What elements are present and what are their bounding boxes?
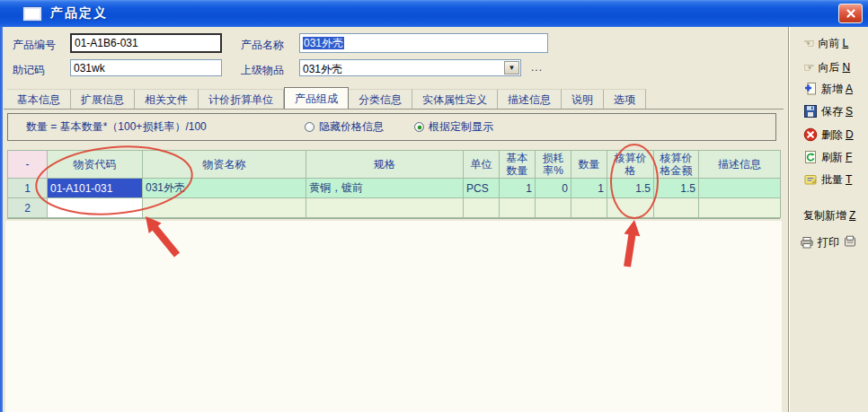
batch-button[interactable]: 批量T [791, 171, 868, 188]
radio-hide-price[interactable]: 隐藏价格信息 [305, 119, 384, 135]
window-title: 产品定义 [50, 5, 108, 22]
chevron-down-icon[interactable]: ▼ [504, 61, 519, 75]
cell-unit[interactable]: PCS [464, 179, 500, 198]
cell-material-code-selected[interactable]: 01-A101-031 [48, 179, 143, 198]
cell-base-qty[interactable]: 1 [500, 179, 536, 198]
tab-notes[interactable]: 说明 [562, 89, 604, 110]
delete-shortcut: D [846, 128, 854, 141]
backward-shortcut: N [843, 61, 851, 74]
grid-bottom-line [7, 218, 780, 219]
refresh-label: 刷新 [821, 150, 843, 165]
grid-header-row: - 物资代码 物资名称 规格 单位 基本数量 损耗率% 数量 核算价格 核算价格… [8, 151, 781, 179]
tab-product-composition[interactable]: 产品组成 [284, 87, 349, 110]
product-definition-window: 产品定义 产品编号 01-A1B6-031 产品名称 031外壳 助记码 031… [0, 0, 868, 412]
hand-right-icon: ☞ [803, 60, 815, 75]
row-number-cell[interactable]: 1 [8, 179, 48, 198]
new-label: 新增 [821, 82, 843, 97]
tab-baseline [4, 109, 784, 110]
close-button[interactable] [838, 4, 863, 23]
col-header-spec: 规格 [306, 151, 464, 179]
tab-extended-info[interactable]: 扩展信息 [71, 89, 135, 110]
delete-button[interactable]: 删除D [791, 126, 868, 144]
forward-label: 向前 [819, 36, 840, 51]
cell-price-amount[interactable] [654, 198, 699, 218]
copy-new-label: 复制新增 [803, 208, 846, 224]
refresh-button[interactable]: 刷新F [791, 148, 868, 166]
tab-classification[interactable]: 分类信息 [349, 89, 412, 110]
formula-bar: 数量 = 基本数量*（100+损耗率）/100 隐藏价格信息 根据定制显示 [7, 113, 776, 141]
window-left-border [0, 27, 3, 412]
parent-item-value: 031外壳 [303, 63, 342, 75]
tab-entity-attributes[interactable]: 实体属性定义 [412, 89, 498, 110]
tab-description[interactable]: 描述信息 [498, 89, 562, 110]
print-button[interactable]: 打印 [791, 233, 868, 251]
cell-unit[interactable] [464, 198, 500, 218]
radio-custom-display-label: 根据定制显示 [429, 119, 493, 135]
tab-related-files[interactable]: 相关文件 [135, 89, 199, 110]
hand-left-icon: ☜ [803, 36, 815, 50]
selected-text: 031外壳 [303, 37, 344, 49]
save-floppy-icon [803, 104, 818, 118]
radio-unchecked-icon[interactable] [305, 122, 314, 132]
action-sidebar: ☜ 向前L ☞ 向后N 新增A 保存S [791, 27, 868, 412]
cell-spec[interactable] [306, 198, 464, 218]
printer-icon [800, 235, 814, 250]
radio-hide-price-label: 隐藏价格信息 [319, 119, 384, 135]
cell-qty[interactable] [571, 198, 607, 218]
cell-material-name[interactable]: 031外壳 [143, 179, 306, 198]
parent-item-combobox[interactable]: 031外壳 ▼ [299, 59, 521, 76]
product-name-label: 产品名称 [241, 38, 284, 53]
copy-new-button[interactable]: 复制新增Z [791, 206, 868, 224]
cell-material-code-edit[interactable] [48, 198, 143, 218]
backward-button[interactable]: ☞ 向后N [791, 58, 868, 76]
cell-qty[interactable]: 1 [571, 179, 607, 198]
grid-row-1: 1 01-A101-031 031外壳 黄铜，镀前 PCS 1 0 1 1.5 … [8, 179, 781, 198]
batch-label: 批量 [821, 172, 843, 188]
col-header-base-qty: 基本数量 [500, 151, 536, 179]
cell-loss-rate[interactable]: 0 [536, 179, 571, 198]
cell-price[interactable]: 1.5 [607, 179, 654, 198]
save-button[interactable]: 保存S [791, 102, 868, 120]
new-button[interactable]: 新增A [791, 80, 868, 98]
sidebar-divider [788, 27, 790, 412]
forward-button[interactable]: ☜ 向前L [791, 34, 868, 52]
forward-shortcut: L [843, 37, 849, 49]
quantity-formula: 数量 = 基本数量*（100+损耗率）/100 [26, 119, 207, 135]
cell-material-name[interactable] [143, 198, 306, 218]
col-header-price: 核算价格 [607, 151, 654, 179]
component-grid: - 物资代码 物资名称 规格 单位 基本数量 损耗率% 数量 核算价格 核算价格… [7, 150, 781, 218]
col-header-qty: 数量 [571, 151, 607, 179]
cell-base-qty[interactable] [500, 198, 536, 218]
parent-item-label: 上级物品 [241, 63, 284, 78]
delete-label: 删除 [821, 127, 843, 143]
product-code-input[interactable]: 01-A1B6-031 [70, 33, 222, 53]
radio-checked-icon[interactable] [414, 122, 424, 132]
copy-new-shortcut: Z [849, 209, 855, 222]
col-header-material-code: 物资代码 [48, 151, 143, 179]
product-code-label: 产品编号 [13, 38, 56, 53]
parent-item-more-button[interactable]: ... [531, 61, 543, 74]
cell-loss-rate[interactable] [536, 198, 571, 218]
batch-icon [803, 172, 818, 187]
cell-desc[interactable] [699, 179, 781, 198]
product-name-input[interactable]: 031外壳 [299, 33, 548, 53]
grid-row-2: 2 [8, 198, 781, 218]
tab-options[interactable]: 选项 [604, 89, 646, 110]
close-icon [846, 8, 856, 19]
mnemonic-input[interactable]: 031wk [70, 59, 222, 76]
col-header-unit: 单位 [464, 151, 500, 179]
cell-spec[interactable]: 黄铜，镀前 [306, 179, 464, 198]
col-header-price-amount: 核算价格金额 [654, 151, 699, 179]
row-number-cell[interactable]: 2 [8, 198, 48, 218]
new-shortcut: A [846, 83, 853, 95]
delete-icon [803, 127, 818, 142]
tab-pricing-unit[interactable]: 计价折算单位 [199, 89, 284, 110]
cell-price-amount[interactable]: 1.5 [654, 179, 699, 198]
tab-strip: 基本信息 扩展信息 相关文件 计价折算单位 产品组成 分类信息 实体属性定义 描… [7, 87, 646, 110]
cell-price[interactable] [607, 198, 654, 218]
tab-basic-info[interactable]: 基本信息 [7, 89, 71, 110]
backward-label: 向后 [819, 60, 840, 75]
cell-desc[interactable] [699, 198, 781, 218]
radio-custom-display[interactable]: 根据定制显示 [414, 119, 493, 135]
title-bar[interactable]: 产品定义 [0, 0, 868, 27]
